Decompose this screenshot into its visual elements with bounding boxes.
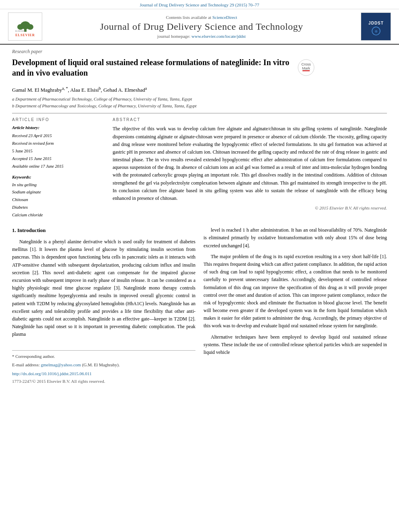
crossmark-logo: Cross Mark [298,59,315,78]
para-2: level is reached 1 h after administratio… [204,226,387,250]
keyword-5: Calcium chloride [12,211,105,219]
received-date: Received 23 April 2015 [12,132,105,140]
email-link[interactable]: gmelmag@yahoo.com [41,362,81,367]
sciencedirect-link[interactable]: ScienceDirect [212,15,237,20]
section1-right-body: level is reached 1 h after administratio… [204,226,387,356]
para-4: Alternative techniques have been employe… [204,333,387,357]
copyright-notice: © 2015 Elsevier B.V. All rights reserved… [113,205,387,210]
svg-text:JDDST: JDDST [368,21,384,25]
available-date: Available online 17 June 2015 [12,163,105,170]
elsevier-label: ELSEVIER [15,33,35,37]
abstract-text: The objective of this work was to develo… [113,125,387,202]
article-info-column: ARTICLE INFO Article history: Received 2… [12,117,105,218]
svg-text:Cross: Cross [301,62,311,66]
elsevier-logo: ELSEVIER ELSEVIER [8,12,42,41]
article-dates: Received 23 April 2015 Received in revis… [12,132,105,170]
keyword-3: Chitosan [12,196,105,203]
jddst-logo-icon: JDDST ◎ [364,16,388,38]
journal-homepage-link[interactable]: www.elsevier.com/locate/jddst [191,34,246,39]
body-right-column: level is reached 1 h after administratio… [204,226,387,385]
svg-text:Mark: Mark [302,66,310,70]
journal-title: Journal of Drug Delivery Science and Tec… [42,21,361,32]
journal-homepage: journal homepage: www.elsevier.com/locat… [42,34,361,39]
author1-sup: a, * [62,86,68,90]
header-center: Contents lists available at ScienceDirec… [42,15,361,39]
issn-line: 1773-2247/© 2015 Elsevier B.V. All right… [12,378,195,385]
keyword-1: In situ gelling [12,181,105,189]
author1-name: Gamal M. El Maghraby [12,87,62,93]
keywords-title: Keywords: [12,175,105,179]
main-content: Research paper Development of liquid ora… [0,45,399,393]
author3-name: Gehad A. Elmeshad [103,87,145,93]
svg-point-2 [17,24,24,30]
section1-body: Nateglinide is a phenyl alanine derivati… [12,238,195,338]
article-info-heading: ARTICLE INFO [12,117,105,122]
article-history-label: Article history: [12,125,105,130]
journal-bar-text: Journal of Drug Delivery Science and Tec… [140,2,259,7]
footer-section: * Corresponding author. E-mail address: … [12,350,195,385]
authors-line: Gamal M. El Maghrabya, *, Alaa E. Elsisi… [12,86,387,93]
article-type: Research paper [12,49,387,55]
keywords-section: Keywords: In situ gelling Sodium alginat… [12,175,105,218]
svg-text:ELSEVIER: ELSEVIER [15,30,25,32]
affiliation-b: b Department of Pharmacology and Toxicol… [12,103,387,109]
author2-sup: b [99,86,101,90]
body-section: 1. Introduction Nateglinide is a phenyl … [12,226,387,385]
para-3: The major problem of the drug is its rap… [204,253,387,330]
accepted-date: Accepted 15 June 2015 [12,155,105,163]
body-left-column: 1. Introduction Nateglinide is a phenyl … [12,226,195,385]
article-info-abstract-section: ARTICLE INFO Article history: Received 2… [12,113,387,218]
affiliation-a: a Department of Pharmaceutical Technolog… [12,96,387,103]
corresponding-author-note: * Corresponding author. [12,353,195,360]
svg-text:◎: ◎ [374,30,377,33]
paper-title: Development of liquid oral sustained rel… [12,57,294,78]
para-1: Nateglinide is a phenyl alanine derivati… [12,238,195,338]
section1-title: 1. Introduction [12,226,195,235]
revised-date: 5 June 2015 [12,148,105,155]
elsevier-tree-icon: ELSEVIER [13,16,37,33]
page-header: ELSEVIER ELSEVIER Contents lists availab… [0,9,399,45]
email-line: E-mail address: gmelmag@yahoo.com (G.M. … [12,362,195,369]
jddst-logo: JDDST ◎ [361,12,391,41]
affiliations: a Department of Pharmaceutical Technolog… [12,96,387,109]
author3-sup: a [145,86,147,90]
received-revised-label: Received in revised form [12,140,105,148]
abstract-heading: ABSTRACT [113,117,387,122]
doi-line: http://dx.doi.org/10.1016/j.jddst.2015.0… [12,370,195,378]
keyword-2: Sodium alginate [12,188,105,196]
crossmark-icon: Cross Mark [298,59,315,76]
journal-bar: Journal of Drug Delivery Science and Tec… [0,0,399,9]
keyword-4: Diabetes [12,203,105,211]
svg-point-3 [27,24,33,30]
sciencedirect-line: Contents lists available at ScienceDirec… [42,15,361,20]
author2-name: Alaa E. Elsisi [70,87,99,93]
abstract-column: ABSTRACT The objective of this work was … [113,117,387,218]
doi-link[interactable]: http://dx.doi.org/10.1016/j.jddst.2015.0… [12,371,92,376]
